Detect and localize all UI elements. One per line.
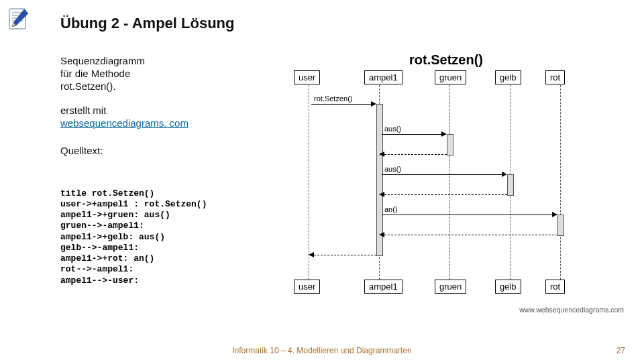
quelltext-label: Quelltext: [60,145,275,158]
page-number: 27 [616,346,625,355]
message-label: aus() [384,125,401,133]
participant-box-bottom: gelb [495,280,521,294]
left-column: Sequenzdiagramm für die Methode rot.Setz… [60,55,275,286]
participant-box-top: rot [545,70,565,84]
intro-line1: Sequenzdiagramm [60,55,145,66]
participant-box-top: user [294,70,320,84]
lifeline [449,85,450,280]
arrow-head-icon [379,232,384,237]
arrow-head-icon [502,172,507,177]
participant-box-bottom: rot [545,280,565,294]
participant-box-bottom: ampel1 [364,280,402,294]
arrow-head-icon [371,101,376,107]
participant-box-bottom: gruen [435,280,466,294]
arrow-head-icon [379,192,384,197]
intro-paragraph: Sequenzdiagramm für die Methode rot.Setz… [60,55,275,93]
participant-box-bottom: user [294,280,320,294]
activation-bar [557,215,564,236]
message-arrow [384,235,557,235]
intro-line2: für die Methode [60,68,130,79]
activation-bar [507,174,514,196]
source-code: title rot.Setzen() user->+ampel1 : rot.S… [60,188,275,286]
slide-footer: Informatik 10 – 4. Modellieren und Diagr… [0,346,644,355]
participant-box-top: ampel1 [364,70,402,84]
diagram-attribution: www.websequencediagrams.com [519,306,624,314]
message-arrow [382,174,504,175]
message-arrow [384,194,507,195]
participant-box-top: gruen [435,70,466,84]
arrow-head-icon [441,131,447,137]
message-label: rot.Setzen() [314,95,352,103]
credit-paragraph: erstellt mit websequencediagrams. com [60,105,275,130]
source-link[interactable]: websequencediagrams. com [60,117,189,129]
sequence-diagram: rot.Setzen() useruserampel1ampel1gruengr… [268,52,624,314]
diagram-title: rot.Setzen() [268,52,624,68]
intro-line3: rot.Setzen(). [60,80,116,92]
message-arrow [382,134,444,135]
arrow-head-icon [552,212,557,217]
credit-prefix: erstellt mit [60,105,106,116]
lifeline [309,85,309,280]
message-arrow [382,215,555,215]
arrow-head-icon [379,152,384,157]
message-label: an() [384,205,398,213]
participant-box-top: gelb [495,70,521,84]
page-title: Übung 2 - Ampel Lösung [60,15,235,32]
message-arrow [311,104,374,105]
lifeline [560,85,561,280]
message-arrow [384,154,447,155]
activation-bar [447,134,453,156]
note-pencil-icon [7,7,31,31]
arrow-head-icon [309,252,314,257]
message-label: aus() [384,165,401,173]
message-arrow [314,255,376,255]
